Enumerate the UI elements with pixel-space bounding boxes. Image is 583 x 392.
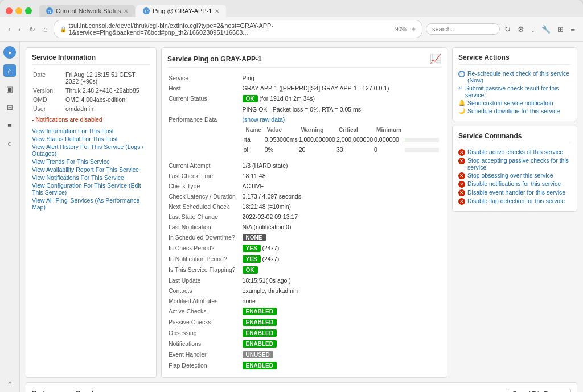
ping-value-statechange: 2022-02-02 09:13:17 (243, 212, 440, 221)
cmd-disable-notifications[interactable]: ✕ Disable notifications for this service (458, 180, 571, 188)
ping-label-status: Current Status (169, 94, 241, 104)
sidebar-item-home[interactable]: ⌂ (3, 64, 16, 77)
back-button[interactable]: ‹ (6, 24, 13, 35)
perf-crit-pl: 30 (336, 145, 373, 154)
ping-value-output: PING OK - Packet loss = 0%, RTA = 0.05 m… (243, 105, 440, 114)
perf-graph-title: Performance Graph (32, 390, 96, 392)
ping-label-passive-checks: Passive Checks (169, 317, 241, 327)
link-view-trends[interactable]: View Trends For This Service (32, 158, 150, 165)
star-icon[interactable]: ★ (411, 26, 416, 32)
ping-label-lastnotif: Last Notification (169, 222, 241, 232)
round-trip-times-dropdown[interactable]: Round Trip Times ∨ (508, 389, 571, 392)
tab-close-icon[interactable]: ✕ (124, 8, 128, 14)
search-input[interactable] (426, 23, 500, 35)
ping-icon: P (143, 7, 150, 14)
ping-value-notifications: ENABLED (243, 339, 440, 349)
extensions-icon[interactable]: ⊞ (555, 24, 566, 35)
link-view-availability[interactable]: View Availability Report For This Servic… (32, 166, 150, 173)
tab-label: Current Network Status (56, 7, 121, 14)
refresh-icon[interactable]: ↻ (502, 24, 513, 35)
flapping-ok-badge: OK (243, 266, 258, 274)
cmd-disable-event-handler-label: Disable event handler for this service (467, 189, 565, 196)
sidebar-item-monitor[interactable]: ▣ (3, 82, 16, 95)
service-info-title: Service Information (32, 53, 150, 65)
menu-icon[interactable]: ≡ (568, 24, 577, 35)
perf-graph-header: Performance Graph Round Trip Times ∨ (32, 389, 571, 392)
ping-row-checktype: Check Type ACTIVE (169, 181, 440, 191)
link-view-host-info[interactable]: View Information For This Host (32, 127, 150, 134)
perf-min-rta: 0.000000 (374, 135, 404, 144)
ping-value-latency: 0.173 / 4.097 seconds (243, 192, 440, 201)
download-icon[interactable]: ↓ (529, 24, 537, 35)
checkperiod-yes-badge: YES (243, 245, 261, 252)
cmd-disable-event-handler[interactable]: ✕ Disable event handler for this service (458, 188, 571, 197)
perf-min-pl: 0 (374, 145, 404, 154)
info-value-omd: OMD 4.00-labs-edition (65, 96, 149, 104)
link-view-all-ping[interactable]: View All 'Ping' Services (As Performance… (32, 197, 150, 211)
settings-icon[interactable]: ⚙ (515, 24, 527, 35)
sidebar-item-menu[interactable]: ≡ (3, 119, 16, 131)
perf-data-table: Name Value Warning Critical Minimum (243, 125, 440, 155)
link-view-configuration[interactable]: View Configuration For This Service (Edi… (32, 182, 150, 196)
ping-label-lastcheck: Last Check Time (169, 171, 241, 180)
info-label-omd: OMD (33, 96, 64, 104)
cmd-disable-flap-detection[interactable]: ✕ Disable flap detection for this servic… (458, 197, 571, 205)
sidebar-expand-button[interactable]: » (3, 378, 16, 387)
home-nav-button[interactable]: ⌂ (41, 24, 50, 35)
action-schedule-downtime[interactable]: 🌙 Schedule downtime for this service (458, 107, 571, 115)
show-raw-data-link[interactable]: (show raw data) (243, 116, 285, 123)
minimize-button[interactable] (15, 7, 22, 14)
tab-ping-gray-app-1[interactable]: P Ping @ GRAY-APP-1 ✕ (136, 5, 226, 17)
ping-row-flapping: Is This Service Flapping? OK (169, 265, 440, 275)
maximize-button[interactable] (25, 7, 32, 14)
forward-button[interactable]: › (16, 24, 23, 35)
ping-row-active-checks: Active Checks ENABLED (169, 307, 440, 316)
perf-bar-pl (405, 145, 439, 154)
action-submit-passive-label: Submit passive check result for this ser… (465, 85, 571, 98)
ping-row-obsessing: Obsessing ENABLED (169, 328, 440, 338)
notifperiod-yes-badge: YES (243, 255, 261, 263)
sidebar-item-grid[interactable]: ⊞ (3, 101, 16, 113)
link-view-notifications[interactable]: View Notifications For This Service (32, 174, 150, 181)
link-view-alert-history[interactable]: View Alert History For This Service (Log… (32, 143, 150, 157)
cmd-stop-passive-label: Stop accepting passive checks for this s… (467, 157, 571, 171)
flap-detection-badge: ENABLED (243, 362, 277, 369)
chart-link-icon[interactable]: 📈 (430, 53, 441, 64)
status-ok-badge: OK (243, 95, 258, 102)
ping-label-event-handler: Event Handler (169, 350, 241, 360)
info-value-date: Fri Aug 12 18:15:51 CEST 2022 (+90s) (65, 71, 149, 85)
passive-checks-badge: ENABLED (243, 319, 277, 326)
ping-value-flapping: OK (243, 265, 440, 275)
ping-label-downtime: In Scheduled Downtime? (169, 233, 241, 242)
ping-label-contacts: Contacts (169, 286, 241, 295)
ping-row-notifications: Notifications ENABLED (169, 339, 440, 349)
action-submit-passive[interactable]: ↵ Submit passive check result for this s… (458, 84, 571, 99)
zoom-level: 90% (393, 26, 409, 32)
sidebar-logo[interactable]: ● (3, 46, 16, 59)
address-bar: ‹ › ↻ ⌂ 🔒 tsui.int.consol.de/devel/thruk… (0, 17, 583, 42)
cmd-disable-active[interactable]: ✕ Disable active checks of this service (458, 148, 571, 156)
info-label-user: User (33, 105, 64, 113)
wrench-icon[interactable]: 🔧 (539, 24, 553, 35)
link-view-status-detail[interactable]: View Status Detail For This Host (32, 135, 150, 142)
cmd-stop-obsessing[interactable]: ✕ Stop obsessing over this service (458, 171, 571, 180)
perf-value-pl: 0% (265, 145, 298, 154)
action-reschedule[interactable]: 🕐 Re-schedule next check of this service… (458, 69, 571, 84)
cmd-stop-passive[interactable]: ✕ Stop accepting passive checks for this… (458, 156, 571, 171)
tab-close-icon[interactable]: ✕ (215, 8, 219, 14)
tab-current-network-status[interactable]: N Current Network Status ✕ (39, 5, 135, 17)
sidebar-item-user[interactable]: ○ (3, 137, 16, 150)
action-send-notification[interactable]: 🔔 Send custom service notification (458, 99, 571, 107)
close-button[interactable] (6, 7, 13, 14)
info-label-version: Version (33, 86, 64, 94)
url-bar[interactable]: 🔒 tsui.int.consol.de/devel/thruk/cgi-bin… (54, 20, 422, 38)
ping-value-flap-detection: ENABLED (243, 361, 440, 370)
title-bar: N Current Network Status ✕ P Ping @ GRAY… (0, 0, 583, 17)
toolbar-right: ↻ ⚙ ↓ 🔧 ⊞ ≡ (426, 23, 577, 35)
ping-label-latency: Check Latency / Duration (169, 192, 241, 201)
ping-row-downtime: In Scheduled Downtime? NONE (169, 233, 440, 242)
x-icon-4: ✕ (458, 181, 465, 188)
refresh-button[interactable]: ↻ (27, 24, 38, 35)
ping-label-service: Service (169, 73, 241, 82)
status-duration: (for 191d 8h 2m 34s) (260, 95, 315, 102)
